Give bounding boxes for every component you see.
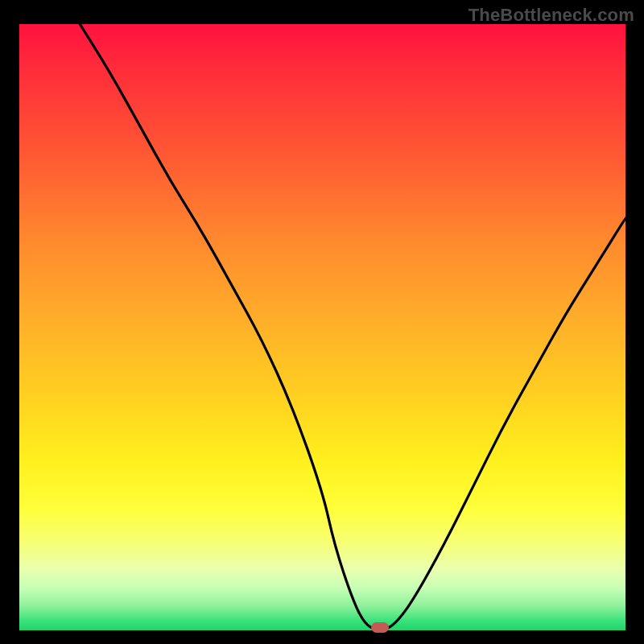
minimum-marker	[371, 622, 389, 633]
chart-frame: TheBottleneck.com	[0, 0, 644, 644]
plot-outer	[19, 24, 625, 630]
curve-svg	[19, 24, 625, 630]
bottleneck-curve-path	[80, 24, 625, 630]
watermark-text: TheBottleneck.com	[469, 5, 634, 26]
